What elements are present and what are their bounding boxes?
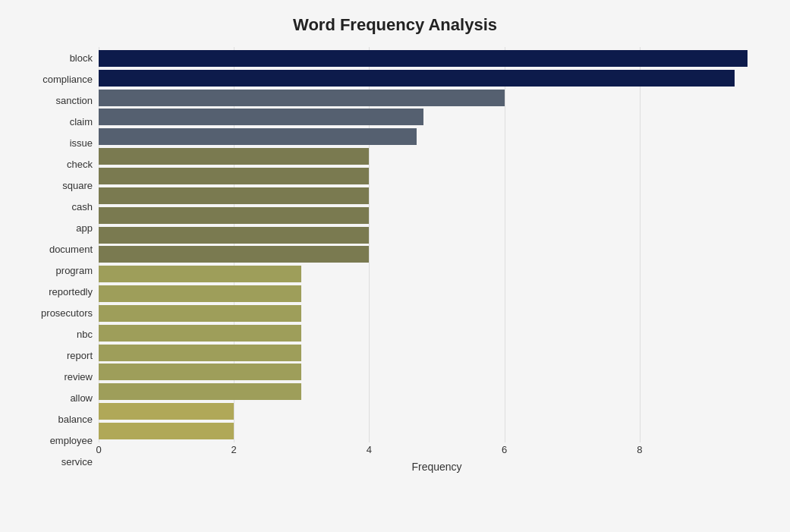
bar-row-block: [99, 49, 775, 68]
bar-program: [99, 246, 369, 263]
bar-block: [99, 50, 748, 67]
bar-row-check: [99, 146, 775, 166]
x-tick-2: 2: [231, 444, 237, 455]
y-label-block: block: [70, 47, 93, 68]
x-tick-0: 0: [96, 444, 101, 455]
y-label-review: review: [64, 367, 93, 388]
bar-row-nbc: [99, 304, 775, 323]
y-label-issue: issue: [70, 132, 93, 153]
bar-balance: [99, 383, 301, 400]
y-label-nbc: nbc: [77, 324, 93, 345]
bar-compliance: [99, 70, 735, 87]
y-label-compliance: compliance: [42, 68, 93, 90]
bar-row-square: [99, 166, 775, 186]
bar-row-cash: [99, 186, 775, 206]
x-tick-6: 6: [502, 444, 507, 455]
bars-and-x: 02468 Frequency: [99, 47, 775, 473]
bar-row-prosecutors: [99, 284, 775, 304]
x-axis: 02468 Frequency: [99, 442, 775, 473]
chart-area: blockcompliancesanctionclaimissuechecksq…: [15, 47, 775, 473]
bar-row-service: [99, 421, 775, 441]
bar-claim: [99, 109, 423, 125]
bar-square: [99, 168, 369, 184]
y-label-employee: employee: [50, 430, 93, 452]
bar-review: [99, 345, 301, 361]
bar-employee: [99, 403, 234, 420]
y-label-prosecutors: prosecutors: [41, 303, 93, 324]
y-label-check: check: [67, 153, 93, 175]
x-tick-8: 8: [637, 444, 642, 455]
y-label-allow: allow: [70, 388, 93, 409]
bar-row-review: [99, 343, 775, 363]
chart-container: Word Frequency Analysis blockcompliances…: [0, 0, 790, 532]
x-ticks: 02468: [99, 442, 775, 458]
y-label-square: square: [62, 175, 93, 196]
bar-row-compliance: [99, 68, 775, 88]
chart-title: Word Frequency Analysis: [15, 15, 775, 35]
y-label-document: document: [49, 238, 93, 260]
y-label-sanction: sanction: [56, 90, 93, 111]
y-label-reportedly: reportedly: [49, 282, 93, 303]
y-label-claim: claim: [70, 111, 93, 132]
bar-document: [99, 227, 369, 244]
y-label-service: service: [61, 452, 93, 473]
bar-row-sanction: [99, 88, 775, 108]
bar-prosecutors: [99, 285, 301, 302]
y-label-report: report: [67, 345, 93, 367]
y-label-program: program: [56, 260, 93, 281]
bar-cash: [99, 187, 369, 204]
bar-nbc: [99, 305, 301, 322]
bar-row-allow: [99, 363, 775, 382]
bar-row-claim: [99, 108, 775, 127]
bar-row-balance: [99, 382, 775, 401]
bar-row-app: [99, 206, 775, 225]
bar-row-employee: [99, 401, 775, 421]
y-label-cash: cash: [72, 196, 93, 217]
bar-report: [99, 325, 301, 342]
bar-row-report: [99, 323, 775, 343]
x-axis-label: Frequency: [99, 461, 775, 473]
bar-row-issue: [99, 127, 775, 146]
bars-inner: [99, 47, 775, 442]
bar-service: [99, 423, 234, 439]
bar-reportedly: [99, 266, 301, 282]
bar-app: [99, 207, 369, 224]
bar-check: [99, 148, 369, 165]
bar-row-program: [99, 244, 775, 264]
bar-allow: [99, 364, 301, 380]
bar-sanction: [99, 90, 505, 106]
bar-issue: [99, 128, 417, 145]
x-tick-4: 4: [367, 444, 372, 455]
bar-row-reportedly: [99, 264, 775, 284]
y-axis: blockcompliancesanctionclaimissuechecksq…: [15, 47, 99, 473]
bar-row-document: [99, 225, 775, 245]
y-label-app: app: [76, 217, 93, 238]
y-label-balance: balance: [58, 409, 93, 430]
bars-area: [99, 47, 775, 442]
